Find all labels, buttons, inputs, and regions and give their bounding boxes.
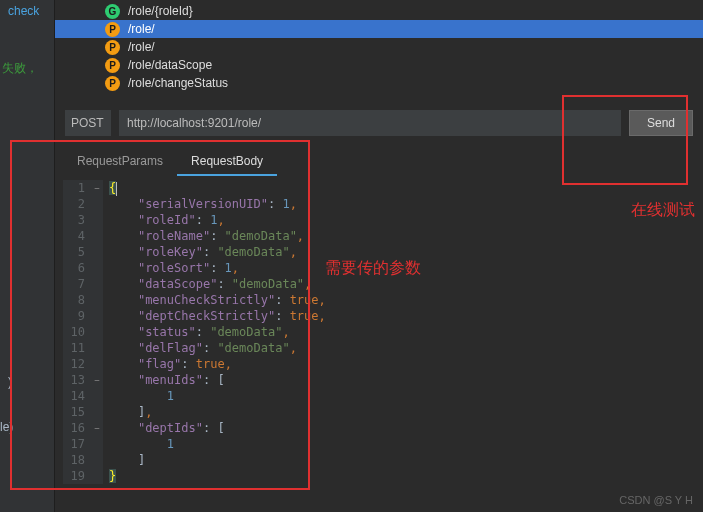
request-bar: POST Send [65, 110, 693, 136]
endpoint-row[interactable]: G/role/{roleId} [55, 2, 703, 20]
code-content[interactable]: } [103, 468, 116, 484]
code-content[interactable]: ], [103, 404, 152, 420]
code-content[interactable]: 1 [103, 436, 174, 452]
line-number: 4 [63, 228, 91, 244]
code-content[interactable]: "menuCheckStrictly": true, [103, 292, 326, 308]
label-fail: 失败， [2, 60, 38, 77]
line-number: 15 [63, 404, 91, 420]
fold-gutter-icon [91, 436, 103, 452]
code-content[interactable]: "delFlag": "demoData", [103, 340, 297, 356]
code-content[interactable]: ] [103, 452, 145, 468]
editor-line[interactable]: 13− "menuIds": [ [63, 372, 695, 388]
post-badge-icon: P [105, 40, 120, 55]
line-number: 8 [63, 292, 91, 308]
code-content[interactable]: "deptCheckStrictly": true, [103, 308, 326, 324]
endpoint-row[interactable]: P/role/ [55, 38, 703, 56]
line-number: 11 [63, 340, 91, 356]
send-button[interactable]: Send [629, 110, 693, 136]
line-number: 9 [63, 308, 91, 324]
post-badge-icon: P [105, 58, 120, 73]
code-content[interactable]: "deptIds": [ [103, 420, 225, 436]
fold-gutter-icon [91, 196, 103, 212]
code-content[interactable]: "status": "demoData", [103, 324, 290, 340]
editor-line[interactable]: 16− "deptIds": [ [63, 420, 695, 436]
endpoint-path: /role/changeStatus [128, 76, 228, 90]
line-number: 12 [63, 356, 91, 372]
fold-gutter-icon [91, 468, 103, 484]
editor-line[interactable]: 2 "serialVersionUID": 1, [63, 196, 695, 212]
url-input[interactable] [119, 110, 621, 136]
line-number: 13 [63, 372, 91, 388]
code-content[interactable]: "roleKey": "demoData", [103, 244, 297, 260]
code-content[interactable]: "roleName": "demoData", [103, 228, 304, 244]
editor-line[interactable]: 14 1 [63, 388, 695, 404]
endpoint-path: /role/dataScope [128, 58, 212, 72]
fold-gutter-icon[interactable]: − [91, 420, 103, 436]
line-number: 16 [63, 420, 91, 436]
code-content[interactable]: "menuIds": [ [103, 372, 225, 388]
endpoint-row[interactable]: P/role/changeStatus [55, 74, 703, 92]
json-editor[interactable]: 1−{2 "serialVersionUID": 1,3 "roleId": 1… [63, 180, 695, 485]
annotation-test-text: 在线测试 [631, 200, 695, 221]
code-content[interactable]: "roleSort": 1, [103, 260, 239, 276]
request-tabs: RequestParams RequestBody [63, 148, 703, 176]
editor-line[interactable]: 18 ] [63, 452, 695, 468]
endpoint-path: /role/ [128, 22, 155, 36]
http-method-select[interactable]: POST [65, 110, 111, 136]
code-content[interactable]: 1 [103, 388, 174, 404]
tab-request-body[interactable]: RequestBody [177, 148, 277, 176]
fold-gutter-icon[interactable]: − [91, 180, 103, 196]
code-content[interactable]: { [103, 180, 117, 196]
fold-gutter-icon [91, 292, 103, 308]
line-number: 6 [63, 260, 91, 276]
line-number: 14 [63, 388, 91, 404]
fold-gutter-icon [91, 388, 103, 404]
editor-line[interactable]: 15 ], [63, 404, 695, 420]
endpoint-list: G/role/{roleId}P/role/P/role/P/role/data… [55, 0, 703, 92]
post-badge-icon: P [105, 76, 120, 91]
code-content[interactable]: "flag": true, [103, 356, 232, 372]
endpoint-path: /role/{roleId} [128, 4, 193, 18]
editor-line[interactable]: 8 "menuCheckStrictly": true, [63, 292, 695, 308]
editor-line[interactable]: 10 "status": "demoData", [63, 324, 695, 340]
endpoint-row[interactable]: P/role/dataScope [55, 56, 703, 74]
editor-line[interactable]: 4 "roleName": "demoData", [63, 228, 695, 244]
line-number: 10 [63, 324, 91, 340]
editor-line[interactable]: 9 "deptCheckStrictly": true, [63, 308, 695, 324]
fold-gutter-icon [91, 404, 103, 420]
code-content[interactable]: "serialVersionUID": 1, [103, 196, 297, 212]
editor-line[interactable]: 1−{ [63, 180, 695, 196]
label-paren: ) [8, 375, 12, 389]
fold-gutter-icon [91, 452, 103, 468]
fold-gutter-icon [91, 276, 103, 292]
label-check: check [8, 4, 39, 18]
line-number: 18 [63, 452, 91, 468]
fold-gutter-icon [91, 212, 103, 228]
left-gutter: check 失败， ) le) [0, 0, 55, 512]
fold-gutter-icon [91, 260, 103, 276]
fold-gutter-icon [91, 308, 103, 324]
line-number: 7 [63, 276, 91, 292]
editor-line[interactable]: 3 "roleId": 1, [63, 212, 695, 228]
code-content[interactable]: "dataScope": "demoData", [103, 276, 311, 292]
fold-gutter-icon[interactable]: − [91, 372, 103, 388]
fold-gutter-icon [91, 324, 103, 340]
watermark: CSDN @S Y H [619, 494, 693, 506]
fold-gutter-icon [91, 356, 103, 372]
editor-line[interactable]: 11 "delFlag": "demoData", [63, 340, 695, 356]
tab-request-params[interactable]: RequestParams [63, 148, 177, 176]
line-number: 3 [63, 212, 91, 228]
endpoint-path: /role/ [128, 40, 155, 54]
get-badge-icon: G [105, 4, 120, 19]
endpoint-row[interactable]: P/role/ [55, 20, 703, 38]
code-content[interactable]: "roleId": 1, [103, 212, 225, 228]
editor-line[interactable]: 17 1 [63, 436, 695, 452]
editor-line[interactable]: 12 "flag": true, [63, 356, 695, 372]
fold-gutter-icon [91, 340, 103, 356]
line-number: 17 [63, 436, 91, 452]
editor-line[interactable]: 19} [63, 468, 695, 484]
line-number: 19 [63, 468, 91, 484]
fold-gutter-icon [91, 244, 103, 260]
line-number: 2 [63, 196, 91, 212]
fold-gutter-icon [91, 228, 103, 244]
